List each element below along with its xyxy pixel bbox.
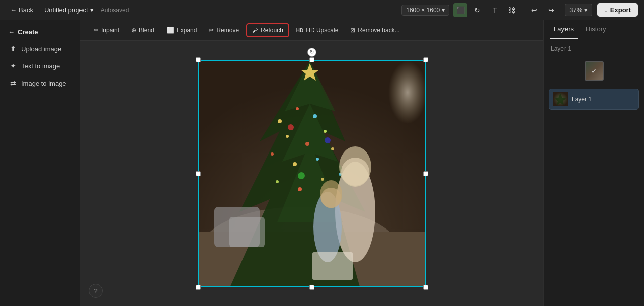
text-to-image-icon: ✦ bbox=[9, 62, 17, 70]
handle-bottom-left[interactable] bbox=[196, 285, 201, 290]
handle-mid-right[interactable] bbox=[423, 171, 428, 176]
remove-back-button[interactable]: ⊠ Remove back... bbox=[345, 24, 405, 36]
hd-upscale-icon: HD bbox=[296, 28, 303, 33]
svg-rect-30 bbox=[312, 252, 353, 280]
expand-label: Expand bbox=[177, 27, 197, 34]
retouch-button[interactable]: 🖌 Retouch bbox=[246, 23, 289, 37]
canvas-wrapper[interactable]: ↻ bbox=[80, 41, 543, 306]
canvas-size-selector[interactable]: 1600 × 1600 ▾ bbox=[401, 5, 449, 16]
blend-label: Blend bbox=[139, 27, 154, 34]
zoom-value: 37% bbox=[569, 6, 582, 14]
handle-top-mid[interactable] bbox=[309, 57, 314, 62]
svg-point-15 bbox=[331, 147, 334, 150]
upload-image-icon: ⬆ bbox=[9, 45, 17, 53]
link-tool-icon: ⛓ bbox=[508, 6, 515, 14]
link-tool-button[interactable]: ⛓ bbox=[505, 3, 519, 17]
handle-top-left[interactable] bbox=[196, 57, 201, 62]
remove-label: Remove bbox=[216, 27, 239, 34]
sidebar-item-image-to-image[interactable]: ⇄ Image to image bbox=[4, 75, 76, 91]
rotate-cw-icon: ↻ bbox=[474, 6, 480, 14]
help-icon: ? bbox=[94, 287, 97, 295]
svg-point-12 bbox=[271, 152, 274, 156]
svg-point-11 bbox=[324, 130, 327, 133]
expand-icon: ⬜ bbox=[167, 27, 174, 34]
right-sidebar: Layers History Layer 1 ✓ bbox=[543, 20, 644, 306]
svg-point-7 bbox=[296, 107, 299, 110]
canvas-photo bbox=[198, 60, 426, 287]
svg-point-10 bbox=[305, 142, 309, 146]
tab-layers-label: Layers bbox=[554, 25, 574, 33]
svg-point-14 bbox=[316, 158, 319, 161]
svg-point-8 bbox=[313, 114, 317, 118]
export-download-icon: ↓ bbox=[604, 6, 608, 14]
create-section-title: ← Create bbox=[4, 26, 76, 41]
svg-point-23 bbox=[298, 172, 305, 179]
remove-icon: ✂ bbox=[209, 27, 214, 34]
project-title: Untitled project bbox=[44, 6, 88, 14]
layer1-header: Layer 1 bbox=[549, 44, 639, 53]
topbar-right: 37% ▾ ↓ Export bbox=[565, 3, 638, 17]
canvas-area: ✏ Inpaint ⊕ Blend ⬜ Expand ✂ Remove 🖌 Re… bbox=[80, 20, 543, 306]
svg-point-9 bbox=[286, 135, 289, 138]
hd-upscale-button[interactable]: HD HD Upscale bbox=[291, 24, 343, 36]
zoom-selector[interactable]: 37% ▾ bbox=[565, 4, 592, 16]
create-icon: ← bbox=[8, 28, 15, 36]
svg-rect-32 bbox=[229, 217, 265, 247]
inpaint-label: Inpaint bbox=[101, 27, 119, 34]
text-tool-button[interactable]: T bbox=[488, 3, 502, 17]
svg-point-26 bbox=[339, 146, 371, 187]
svg-point-18 bbox=[321, 178, 324, 181]
inpaint-button[interactable]: ✏ Inpaint bbox=[89, 24, 124, 36]
project-chevron-icon: ▾ bbox=[90, 6, 94, 14]
layer-list-item[interactable]: Layer 1 bbox=[549, 89, 639, 110]
main-layout: ← Create ⬆ Upload image ✦ Text to image … bbox=[0, 20, 644, 306]
image-to-image-icon: ⇄ bbox=[9, 79, 17, 87]
layers-section: Layer 1 ✓ bbox=[544, 39, 644, 306]
layer-thumbnail-area: ✓ bbox=[549, 57, 639, 85]
handle-bottom-mid[interactable] bbox=[309, 285, 314, 290]
canvas-size-value: 1600 × 1600 bbox=[406, 7, 440, 14]
handle-top-right[interactable] bbox=[423, 57, 428, 62]
redo-icon: ↪ bbox=[548, 6, 554, 14]
tab-layers[interactable]: Layers bbox=[550, 20, 578, 39]
tab-history-label: History bbox=[586, 25, 606, 33]
left-sidebar: ← Create ⬆ Upload image ✦ Text to image … bbox=[0, 20, 80, 306]
retouch-label: Retouch bbox=[261, 27, 283, 34]
svg-point-17 bbox=[298, 187, 302, 191]
sidebar-item-text-to-image[interactable]: ✦ Text to image bbox=[4, 58, 76, 74]
remove-button[interactable]: ✂ Remove bbox=[204, 24, 244, 36]
layer-list-name: Layer 1 bbox=[572, 96, 592, 103]
hd-upscale-label: HD Upscale bbox=[306, 27, 338, 34]
redo-button[interactable]: ↪ bbox=[544, 3, 558, 17]
retouch-icon: 🖌 bbox=[252, 27, 258, 34]
back-button[interactable]: ← Back bbox=[6, 4, 37, 16]
undo-button[interactable]: ↩ bbox=[527, 3, 541, 17]
text-to-image-label: Text to image bbox=[21, 62, 60, 70]
svg-point-21 bbox=[288, 124, 294, 130]
handle-mid-left[interactable] bbox=[196, 171, 201, 176]
export-button[interactable]: ↓ Export bbox=[597, 3, 638, 17]
select-tool-button[interactable]: ⬛ bbox=[453, 3, 467, 17]
remove-back-label: Remove back... bbox=[358, 27, 399, 34]
zoom-chevron-icon: ▾ bbox=[584, 6, 588, 14]
help-button[interactable]: ? bbox=[89, 284, 103, 298]
layer-thumbnail: ✓ bbox=[585, 61, 604, 81]
toolbar-icons: ⬛ ↻ T ⛓ ↩ ↪ bbox=[453, 3, 558, 17]
rotate-handle[interactable]: ↻ bbox=[307, 48, 316, 57]
autosaved-label: Autosaved bbox=[101, 7, 129, 14]
rotate-cw-button[interactable]: ↻ bbox=[470, 3, 485, 17]
blend-button[interactable]: ⊕ Blend bbox=[126, 24, 159, 36]
expand-button[interactable]: ⬜ Expand bbox=[162, 24, 202, 36]
canvas-image-container[interactable]: ↻ bbox=[198, 60, 426, 287]
tab-history[interactable]: History bbox=[582, 20, 610, 39]
svg-point-6 bbox=[278, 119, 282, 123]
project-name-button[interactable]: Untitled project ▾ bbox=[41, 4, 97, 16]
toolbar-divider bbox=[523, 6, 523, 15]
create-label: Create bbox=[18, 28, 38, 36]
topbar: ← Back Untitled project ▾ Autosaved 1600… bbox=[0, 0, 644, 20]
handle-bottom-right[interactable] bbox=[423, 285, 428, 290]
back-arrow-icon: ← bbox=[10, 6, 17, 14]
upload-image-label: Upload image bbox=[21, 45, 61, 53]
sidebar-item-upload-image[interactable]: ⬆ Upload image bbox=[4, 41, 76, 57]
topbar-left: ← Back Untitled project ▾ Autosaved bbox=[6, 4, 395, 16]
